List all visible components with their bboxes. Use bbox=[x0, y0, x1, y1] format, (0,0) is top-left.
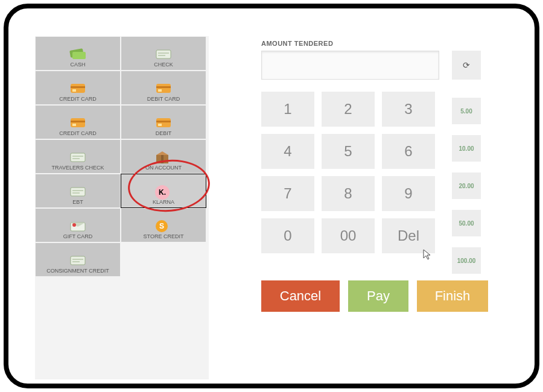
quick-amount-50-00[interactable]: 50.00 bbox=[452, 210, 481, 236]
payment-type-debit_card[interactable]: DEBIT CARD bbox=[121, 71, 206, 104]
amount-tendered-input[interactable] bbox=[261, 51, 439, 80]
debit-card-icon bbox=[154, 81, 173, 96]
payment-type-cash[interactable]: CASH bbox=[36, 37, 120, 70]
payment-type-debit[interactable]: DEBIT bbox=[121, 106, 206, 139]
payment-type-consignment[interactable]: CONSIGNMENT CREDIT bbox=[36, 243, 120, 276]
ebt-icon bbox=[69, 185, 87, 199]
refresh-icon: ⟳ bbox=[463, 60, 470, 70]
svg-text:K.: K. bbox=[159, 188, 166, 197]
cash-icon bbox=[69, 47, 87, 62]
klarna-icon: K. bbox=[154, 185, 173, 199]
keypad-key-00[interactable]: 00 bbox=[322, 218, 375, 253]
payment-type-label: EBT bbox=[36, 199, 120, 205]
svg-rect-17 bbox=[71, 153, 85, 162]
quick-amount-100-00[interactable]: 100.00 bbox=[452, 247, 481, 274]
payment-type-check[interactable]: CHECK bbox=[121, 37, 206, 70]
svg-rect-7 bbox=[72, 89, 76, 92]
payment-type-store_credit[interactable]: SSTORE CREDIT bbox=[121, 209, 206, 242]
keypad-key-8[interactable]: 8 bbox=[322, 176, 375, 211]
check-icon bbox=[154, 47, 173, 62]
payment-type-gift_card[interactable]: GIFT CARD bbox=[36, 209, 120, 242]
box-icon bbox=[154, 150, 173, 165]
payment-type-label: CHECK bbox=[121, 62, 206, 68]
refresh-button[interactable]: ⟳ bbox=[452, 51, 481, 80]
payment-type-label: CREDIT CARD bbox=[36, 130, 120, 136]
amount-tendered-label: AMOUNT TENDERED bbox=[261, 40, 333, 47]
payment-type-label: STORE CREDIT bbox=[121, 233, 206, 239]
svg-rect-15 bbox=[156, 121, 171, 122]
payment-type-label: ON ACCOUNT bbox=[121, 165, 206, 171]
keypad-key-1[interactable]: 1 bbox=[261, 92, 314, 127]
svg-rect-22 bbox=[161, 155, 164, 163]
payment-type-label: DEBIT bbox=[121, 130, 206, 136]
svg-rect-13 bbox=[72, 124, 76, 126]
keypad-key-9[interactable]: 9 bbox=[382, 176, 435, 211]
keypad-key-3[interactable]: 3 bbox=[382, 92, 435, 127]
payment-type-grid: CASHCHECKCREDIT CARDDEBIT CARDCREDIT CAR… bbox=[35, 36, 209, 379]
payment-type-label: GIFT CARD bbox=[36, 233, 120, 239]
payment-type-credit2[interactable]: CREDIT CARD bbox=[36, 106, 120, 139]
svg-rect-2 bbox=[156, 50, 171, 58]
svg-rect-1 bbox=[72, 52, 86, 59]
quick-amount-20-00[interactable]: 20.00 bbox=[452, 172, 481, 199]
svg-rect-9 bbox=[156, 86, 171, 88]
finish-button[interactable]: Finish bbox=[417, 280, 488, 312]
svg-point-30 bbox=[72, 223, 76, 227]
screen: CASHCHECKCREDIT CARDDEBIT CARDCREDIT CAR… bbox=[11, 11, 532, 381]
payment-type-label: CASH bbox=[36, 62, 120, 68]
svg-rect-23 bbox=[71, 188, 85, 196]
credit-card-icon bbox=[69, 81, 87, 96]
quick-amount-column: 5.0010.0020.0050.00100.00 bbox=[452, 98, 481, 285]
svg-rect-33 bbox=[71, 256, 85, 265]
svg-rect-6 bbox=[71, 86, 85, 88]
keypad-key-5[interactable]: 5 bbox=[322, 134, 375, 169]
tablet-frame: CASHCHECKCREDIT CARDDEBIT CARDCREDIT CAR… bbox=[4, 4, 539, 388]
payment-type-label: CONSIGNMENT CREDIT bbox=[36, 268, 120, 274]
svg-marker-21 bbox=[156, 151, 168, 155]
payment-type-travelers[interactable]: TRAVELERS CHECK bbox=[36, 140, 120, 173]
payment-type-label: KLARNA bbox=[121, 199, 206, 205]
payment-type-credit1[interactable]: CREDIT CARD bbox=[36, 71, 120, 104]
quick-amount-5-00[interactable]: 5.00 bbox=[452, 98, 481, 124]
credit-card-icon bbox=[69, 116, 87, 130]
pay-button[interactable]: Pay bbox=[348, 280, 408, 312]
payment-type-label: DEBIT CARD bbox=[121, 96, 206, 102]
payment-type-ebt[interactable]: EBT bbox=[36, 174, 120, 207]
keypad-key-0[interactable]: 0 bbox=[261, 218, 314, 253]
action-row: Cancel Pay Finish bbox=[261, 280, 488, 312]
cancel-button[interactable]: Cancel bbox=[261, 280, 340, 312]
payment-type-label: CREDIT CARD bbox=[36, 96, 120, 102]
quick-amount-10-00[interactable]: 10.00 bbox=[452, 135, 481, 162]
keypad-key-6[interactable]: 6 bbox=[382, 134, 435, 169]
payment-type-label: TRAVELERS CHECK bbox=[36, 165, 120, 171]
svg-rect-10 bbox=[158, 89, 162, 92]
consignment-icon bbox=[69, 253, 87, 268]
payment-type-klarna[interactable]: K.KLARNA bbox=[121, 174, 206, 207]
keypad-key-4[interactable]: 4 bbox=[261, 134, 314, 169]
numeric-keypad: 123456789000Del bbox=[261, 92, 435, 261]
travelers-check-icon bbox=[69, 150, 87, 165]
svg-text:S: S bbox=[159, 222, 164, 230]
keypad-key-2[interactable]: 2 bbox=[322, 92, 375, 127]
gift-card-icon bbox=[69, 219, 87, 233]
coin-icon: S bbox=[154, 219, 173, 233]
svg-rect-12 bbox=[71, 121, 85, 122]
svg-rect-16 bbox=[158, 124, 162, 126]
keypad-delete[interactable]: Del bbox=[382, 218, 435, 253]
keypad-key-7[interactable]: 7 bbox=[261, 176, 314, 211]
debit-icon bbox=[154, 116, 173, 130]
payment-type-on_account[interactable]: ON ACCOUNT bbox=[121, 140, 206, 173]
